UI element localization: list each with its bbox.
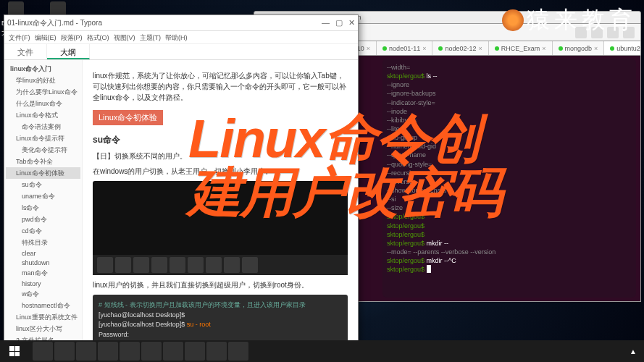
taskbar-app[interactable] bbox=[98, 342, 118, 361]
outline-item[interactable]: 什么是linux命令 bbox=[6, 98, 80, 109]
menu-item[interactable]: 编辑(E) bbox=[35, 33, 57, 41]
taskbar-app[interactable] bbox=[141, 342, 162, 361]
outline-item[interactable]: 为什么要学Linux命令 bbox=[6, 86, 80, 98]
taskbar-app[interactable] bbox=[206, 342, 227, 361]
start-button[interactable] bbox=[0, 340, 29, 362]
tab-file[interactable]: 文件 bbox=[4, 44, 47, 59]
menu-item[interactable]: 格式(O) bbox=[87, 33, 109, 41]
outline-item[interactable]: Tab命令补全 bbox=[6, 156, 80, 167]
vm-tab[interactable]: node02-12 × bbox=[432, 41, 488, 55]
outline-item[interactable]: shutdown bbox=[6, 258, 80, 267]
brand-logo-icon bbox=[502, 9, 524, 31]
outline-item[interactable]: linux命令入门 bbox=[6, 63, 80, 75]
taskbar-apps bbox=[33, 342, 248, 361]
outline-item[interactable]: Linux命令初体验 bbox=[6, 167, 80, 179]
taskbar-app[interactable] bbox=[120, 342, 140, 361]
vm-tab[interactable]: mongodb × bbox=[553, 41, 605, 55]
outline-item[interactable]: man命令 bbox=[6, 267, 80, 279]
vm-tab[interactable]: RHCE_Exam × bbox=[489, 41, 553, 55]
section-heading: Linux命令初体验 bbox=[93, 110, 163, 125]
outline-item[interactable]: ls命令 bbox=[6, 202, 80, 214]
typora-view-tabs: 文件 大纲 bbox=[4, 44, 358, 60]
outline-item[interactable]: pwd命令 bbox=[6, 214, 80, 225]
system-tray[interactable]: ▲ bbox=[622, 348, 644, 355]
video-headline: Linux命令创 建用户改密码 bbox=[188, 112, 501, 219]
taskbar-app[interactable] bbox=[76, 342, 96, 361]
outline-item[interactable]: linux区分大小写 bbox=[6, 323, 80, 334]
vm-tab[interactable]: node01-11 × bbox=[377, 41, 432, 55]
typora-titlebar[interactable]: 01-linux命令入门.md - Typora — ▢ ✕ bbox=[4, 15, 358, 31]
taskbar-app[interactable] bbox=[54, 342, 75, 361]
taskbar-app[interactable] bbox=[228, 342, 248, 361]
outline-item[interactable]: Linux命令提示符 bbox=[6, 132, 80, 144]
vm-tab[interactable]: ubuntu20-04 × bbox=[604, 41, 641, 55]
taskbar-app[interactable] bbox=[33, 342, 53, 361]
windows-taskbar: ▲ bbox=[0, 340, 644, 362]
outline-item[interactable]: history bbox=[6, 279, 80, 288]
menu-item[interactable]: 主题(T) bbox=[140, 33, 162, 41]
tab-outline[interactable]: 大纲 bbox=[47, 44, 90, 59]
outline-item[interactable]: 美化命令提示符 bbox=[6, 144, 80, 156]
outline-item[interactable]: 命令语法案例 bbox=[6, 121, 80, 132]
menu-item[interactable]: 视图(V) bbox=[114, 33, 135, 41]
maximize-icon[interactable]: ▢ bbox=[335, 18, 343, 28]
typora-title: 01-linux命令入门.md - Typora bbox=[7, 18, 102, 28]
taskbar-app[interactable] bbox=[163, 342, 183, 361]
brand-watermark: 猿来教育 bbox=[502, 4, 637, 36]
windows-icon bbox=[9, 346, 20, 356]
paragraph: linux用户的切换，并且我们直接切换到超级用户，切换到root身份。 bbox=[93, 279, 348, 290]
close-icon[interactable]: ✕ bbox=[348, 18, 355, 28]
outline-item[interactable]: Linux命令格式 bbox=[6, 109, 80, 121]
paragraph: linux作规范，系统为了让你放心，可缩记忆那么多内容，可以让你输入Tab键，可… bbox=[93, 70, 348, 103]
menu-item[interactable]: 帮助(H) bbox=[165, 33, 188, 41]
tray-icon[interactable]: ▲ bbox=[630, 348, 637, 355]
outline-item[interactable]: hostnamectl命令 bbox=[6, 300, 80, 311]
minimize-icon[interactable]: — bbox=[322, 18, 330, 28]
outline-sidebar[interactable]: linux命令入门学linux的好处为什么要学Linux命令什么是linux命令… bbox=[4, 60, 83, 354]
typora-menubar: 文件(F) 编辑(E) 段落(P) 格式(O) 视图(V) 主题(T) 帮助(H… bbox=[4, 31, 358, 44]
outline-item[interactable]: 特殊目录 bbox=[6, 237, 80, 248]
outline-item[interactable]: 学linux的好处 bbox=[6, 75, 80, 86]
outline-item[interactable]: uname命令 bbox=[6, 190, 80, 202]
outline-item[interactable]: cd命令 bbox=[6, 225, 80, 237]
taskbar-app[interactable] bbox=[185, 342, 205, 361]
outline-item[interactable]: clear bbox=[6, 248, 80, 258]
menu-item[interactable]: 段落(P) bbox=[61, 33, 83, 41]
outline-item[interactable]: Linux重要的系统文件 bbox=[6, 311, 80, 323]
outline-item[interactable]: su命令 bbox=[6, 179, 80, 190]
menu-item[interactable]: 文件(F) bbox=[9, 33, 30, 41]
outline-item[interactable]: w命令 bbox=[6, 288, 80, 300]
